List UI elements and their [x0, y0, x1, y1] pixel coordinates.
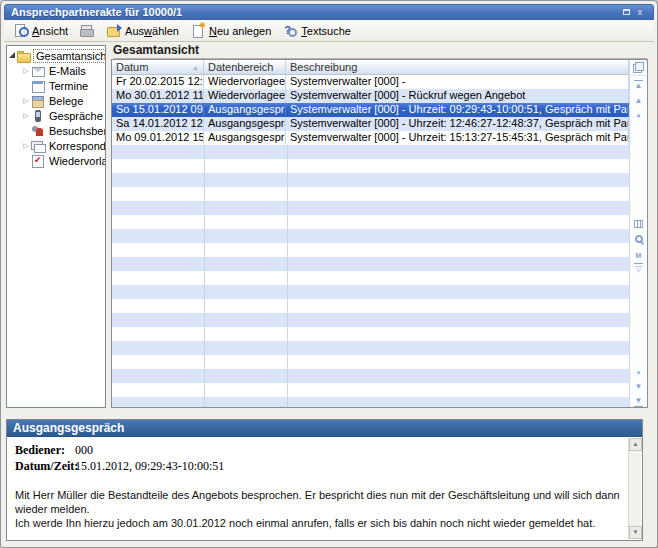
- detail-panel-title: Ausgangsgespräch: [7, 420, 642, 437]
- sidebar-tree: Gesamtansicht ▷ E-Mails Termine ▷ Belege…: [6, 45, 106, 408]
- table-row[interactable]: Sa 14.01.2012 12:46 Ausgangsgespräch Sys…: [112, 117, 629, 131]
- auswaehlen-button[interactable]: Auswählen: [103, 23, 183, 38]
- tree-expand-icon[interactable]: ▷: [21, 93, 31, 108]
- empty-rows-area: [112, 145, 629, 407]
- tree-expand-icon[interactable]: ▷: [21, 138, 31, 153]
- page-down-icon[interactable]: ▼: [630, 382, 647, 392]
- line-down-icon[interactable]: ▼: [630, 368, 647, 378]
- receipt-icon: [31, 95, 45, 107]
- column-header-datum[interactable]: Datum▲: [112, 60, 204, 74]
- table-header-row: Datum▲ Datenbereich Beschreibung: [112, 60, 629, 75]
- sidebar-item-besuchsberichte[interactable]: Besuchsberichte: [7, 123, 105, 138]
- detail-note-text: Mit Herr Müller die Bestandteile des Ang…: [15, 488, 620, 530]
- sidebar-item-belege[interactable]: ▷ Belege: [7, 93, 105, 108]
- memo-icon[interactable]: M: [630, 251, 647, 261]
- section-title: Gesamtansicht: [113, 43, 647, 59]
- column-header-beschreibung[interactable]: Beschreibung: [286, 60, 629, 74]
- toolbar: Ansicht Auswählen Neu anlegen Textsuche: [4, 20, 654, 42]
- scroll-top-icon[interactable]: ▲: [630, 80, 647, 91]
- tree-collapse-icon[interactable]: [9, 52, 15, 58]
- tree-expand-icon[interactable]: ▷: [21, 63, 31, 78]
- sidebar-item-emails[interactable]: ▷ E-Mails: [7, 63, 105, 78]
- ansicht-button[interactable]: Ansicht: [10, 23, 72, 38]
- table-row[interactable]: Fr 20.02.2015 12:18 Wiedervorlageeintrag…: [112, 75, 629, 89]
- new-document-icon: [191, 24, 206, 37]
- detail-scrollbar[interactable]: ▲ ▼: [628, 438, 641, 539]
- table-row-selected[interactable]: So 15.01.2012 09:29 Ausgangsgespräch Sys…: [112, 103, 629, 117]
- tree-expand-icon[interactable]: ▷: [21, 108, 31, 123]
- sidebar-item-wiedervorlagen[interactable]: Wiedervorlagen: [7, 153, 105, 168]
- sidebar-item-termine[interactable]: Termine: [7, 78, 105, 93]
- neu-anlegen-button[interactable]: Neu anlegen: [187, 23, 275, 38]
- filter-icon[interactable]: ▽: [630, 263, 647, 274]
- sort-asc-icon: ▲: [192, 64, 199, 71]
- close-icon[interactable]: x: [633, 6, 647, 18]
- table-side-rail: ▲ ▲ ▲ M ▽ ▼ ▼ ▼: [629, 60, 647, 407]
- restore-icon[interactable]: [619, 6, 633, 18]
- detail-field-bediener: Bediener: 000: [15, 442, 620, 458]
- detail-field-datum-zeit: Datum/Zeit: 15.01.2012, 09:29:43-10:00:5…: [15, 458, 620, 474]
- sidebar-item-korrespondenzen[interactable]: ▷ Korrespondenzen: [7, 138, 105, 153]
- text-search-icon: [283, 24, 298, 37]
- table-row[interactable]: Mo 09.01.2012 15:13 Ausgangsgespräch Sys…: [112, 131, 629, 145]
- records-table: Datum▲ Datenbereich Beschreibung Fr 20.0…: [111, 59, 648, 408]
- view-icon: [14, 24, 29, 37]
- window-title: Ansprechpartnerakte für 10000/1: [11, 6, 619, 18]
- sidebar-item-gespraeche[interactable]: ▷ Gespräche: [7, 108, 105, 123]
- folder-icon: [17, 50, 31, 62]
- app-window: Ansprechpartnerakte für 10000/1 x Ansich…: [0, 0, 658, 548]
- scrollbar-up-icon[interactable]: ▲: [629, 438, 642, 451]
- column-chooser-icon[interactable]: [630, 62, 647, 75]
- phone-icon: [31, 110, 45, 122]
- scrollbar-down-icon[interactable]: ▼: [629, 526, 642, 539]
- sidebar-item-gesamtansicht[interactable]: Gesamtansicht: [7, 48, 105, 63]
- search-icon[interactable]: [630, 235, 647, 246]
- title-bar[interactable]: Ansprechpartnerakte für 10000/1 x: [4, 4, 654, 20]
- printer-icon: [80, 24, 95, 37]
- page-up-icon[interactable]: ▲: [630, 96, 647, 106]
- correspondence-icon: [31, 140, 45, 152]
- calendar-icon: [31, 80, 45, 92]
- print-button[interactable]: [76, 23, 99, 38]
- column-header-datenbereich[interactable]: Datenbereich: [204, 60, 286, 74]
- line-up-icon[interactable]: ▲: [630, 110, 647, 120]
- detail-panel-body: Bediener: 000 Datum/Zeit: 15.01.2012, 09…: [7, 437, 628, 540]
- task-check-icon: [31, 155, 45, 167]
- table-row[interactable]: Mo 30.01.2012 11:30 Wiedervorlageeintrag…: [112, 89, 629, 103]
- folder-open-icon: [107, 24, 122, 37]
- textsuche-button[interactable]: Textsuche: [279, 23, 355, 38]
- scroll-bottom-icon[interactable]: ▼: [630, 396, 647, 407]
- people-icon: [31, 125, 45, 137]
- email-icon: [31, 65, 45, 77]
- grid-view-icon[interactable]: [630, 220, 647, 231]
- detail-panel: Ausgangsgespräch Bediener: 000 Datum/Zei…: [6, 419, 643, 541]
